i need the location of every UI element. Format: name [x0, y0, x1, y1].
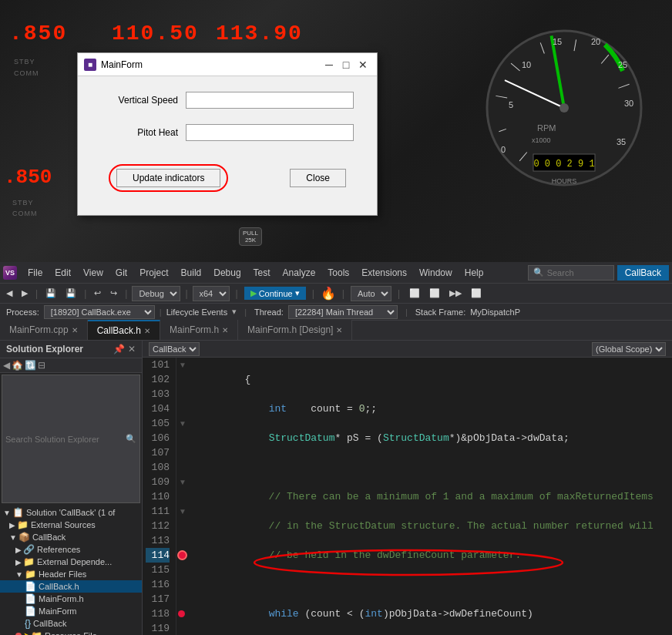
continue-button[interactable]: ▶ Continue ▾ [244, 287, 306, 300]
svg-text:10: 10 [522, 60, 531, 69]
menu-analyze[interactable]: Analyze [277, 264, 322, 281]
menu-debug[interactable]: Debug [207, 264, 247, 281]
menu-view[interactable]: View [77, 264, 109, 281]
line-num-116: 116 [146, 577, 170, 592]
ext-deps-icon: 📁 [23, 556, 35, 567]
tree-mainform-h[interactable]: 📄 MainForm.h [0, 593, 142, 605]
menu-build[interactable]: Build [175, 264, 208, 281]
menu-edit[interactable]: Edit [49, 264, 77, 281]
auto-dropdown[interactable]: Auto [351, 286, 391, 301]
svg-text:5: 5 [509, 100, 513, 109]
line-num-101: 101 [146, 358, 170, 372]
update-indicators-button[interactable]: Update indicators [116, 169, 220, 187]
menu-search-box: 🔍 [528, 265, 614, 281]
sidebar-nav-back[interactable]: ◀ [3, 360, 10, 371]
tree-arrow-callback: ▼ [9, 533, 17, 542]
fold-112 [176, 519, 190, 533]
sidebar-header: Solution Explorer 📌 ✕ [0, 341, 142, 358]
tree-callback-h[interactable]: 📄 CallBack.h [0, 580, 142, 593]
tab-mainform-h-close[interactable]: ✕ [222, 326, 228, 334]
svg-text:0: 0 [501, 145, 506, 154]
search-input[interactable] [547, 268, 609, 277]
tree-mainform[interactable]: 📄 MainForm [0, 605, 142, 617]
dialog-app-icon: ■ [84, 59, 96, 71]
pitot-heat-input[interactable] [186, 124, 354, 141]
process-dropdown[interactable]: [18920] CallBack.exe [44, 305, 155, 319]
menu-extensions[interactable]: Extensions [355, 264, 413, 281]
toolbar: ◀ ▶ | 💾 💾 | ↩ ↪ | Debug | x64 | ▶ Contin… [0, 284, 672, 304]
fold-118 [176, 606, 190, 621]
undo-button[interactable]: ↩ [91, 287, 104, 300]
sidebar-pin-button[interactable]: 📌 [113, 344, 125, 354]
pull-knob[interactable]: PULL25K [239, 227, 262, 246]
tree-header-files[interactable]: ▼ 📁 Header Files [0, 568, 142, 580]
tab-mainform-cpp[interactable]: MainForm.cpp ✕ [0, 320, 88, 340]
tree-resource-files[interactable]: ➤ 📁 Resource File... [0, 630, 142, 635]
menu-tools[interactable]: Tools [321, 264, 355, 281]
thread-dropdown[interactable]: [22284] Main Thread [288, 305, 398, 319]
tree-references[interactable]: ▶ 🔗 References [0, 543, 142, 556]
menu-project[interactable]: Project [133, 264, 174, 281]
fold-117 [176, 592, 190, 606]
fold-107 [176, 445, 190, 460]
redo-button[interactable]: ↪ [107, 287, 120, 300]
vertical-speed-input[interactable] [186, 92, 354, 109]
mainform-dialog: ■ MainForm ─ □ ✕ Vertical Speed Pitot He… [77, 52, 378, 216]
platform-dropdown[interactable]: x64 [193, 286, 230, 301]
save-all-button[interactable]: 💾 [62, 287, 79, 300]
maximize-button[interactable]: □ [338, 58, 354, 72]
tree-callback-project[interactable]: ▼ 📦 CallBack [0, 531, 142, 543]
resource-files-icon: 📁 [31, 630, 42, 635]
toolbar-sep-3: | [125, 288, 127, 299]
line-num-112: 112 [146, 519, 170, 533]
tree-ext-deps[interactable]: ▶ 📁 External Depende... [0, 556, 142, 568]
toolbar-extra-3[interactable]: ▶▶ [446, 287, 465, 300]
tab-callback-h-close[interactable]: ✕ [144, 327, 150, 335]
callback-project-icon: 📦 [18, 532, 30, 543]
tree-external-sources[interactable]: ▶ 📁 External Sources [0, 519, 142, 531]
close-window-button[interactable]: ✕ [355, 58, 371, 72]
file-dropdown[interactable]: CallBack [149, 342, 200, 356]
menu-test[interactable]: Test [247, 264, 277, 281]
tree-solution-node[interactable]: ▼ 📋 Solution 'CallBack' (1 of [0, 506, 142, 519]
scope-dropdown[interactable]: (Global Scope) [592, 342, 666, 356]
instrument-num-2: 110.50 [112, 22, 199, 45]
sidebar-refresh[interactable]: 🔃 [25, 360, 36, 371]
menu-file[interactable]: File [22, 264, 49, 281]
stack-value: MyDispatchP [470, 307, 520, 317]
debug-config-dropdown[interactable]: Debug [132, 286, 180, 301]
tree-callback-code-label: CallBack [33, 619, 66, 628]
code-breadcrumb: CallBack [149, 342, 200, 356]
toolbar-extra-2[interactable]: ⬜ [426, 287, 443, 300]
menu-git[interactable]: Git [109, 264, 133, 281]
update-btn-oval: Update indicators [109, 164, 228, 192]
back-button[interactable]: ◀ [3, 287, 15, 300]
toolbar-extra-4[interactable]: ⬜ [468, 287, 485, 300]
tree-callback-code[interactable]: {} CallBack [0, 617, 142, 630]
toolbar-extra-1[interactable]: ⬜ [406, 287, 423, 300]
dialog-title: MainForm [101, 59, 317, 70]
menu-help[interactable]: Help [459, 264, 490, 281]
save-button[interactable]: 💾 [42, 287, 59, 300]
close-dialog-button[interactable]: Close [290, 169, 346, 187]
mainform-h-icon: 📄 [25, 593, 36, 604]
search-solution-input[interactable] [5, 435, 126, 444]
callback-button[interactable]: CallBack [617, 265, 669, 281]
tab-mainform-cpp-close[interactable]: ✕ [72, 326, 78, 334]
tab-mainform-design-close[interactable]: ✕ [336, 326, 342, 334]
forward-button[interactable]: ▶ [18, 287, 31, 300]
lifecycle-arrow: ▾ [232, 307, 237, 317]
sidebar-close-button[interactable]: ✕ [128, 344, 136, 354]
fold-column: ▼ ▼ ▼ ▼ [176, 358, 190, 635]
code-line-109: while (count < (int)pObjData->dwDefineCo… [197, 606, 666, 621]
dialog-titlebar: ■ MainForm ─ □ ✕ [78, 53, 377, 76]
code-text[interactable]: { int count = 0;; StructDatum* pS = (Str… [190, 358, 672, 635]
menu-window[interactable]: Window [413, 264, 459, 281]
sidebar-collapse[interactable]: ⊟ [38, 360, 45, 371]
sidebar-home[interactable]: 🏠 [12, 360, 23, 371]
tab-mainform-h[interactable]: MainForm.h ✕ [160, 320, 238, 340]
tab-mainform-design[interactable]: MainForm.h [Design] ✕ [238, 320, 352, 340]
tab-callback-h[interactable]: CallBack.h ✕ [88, 320, 160, 340]
instrument-num-bottom: .850 [4, 166, 52, 189]
minimize-button[interactable]: ─ [321, 58, 337, 72]
